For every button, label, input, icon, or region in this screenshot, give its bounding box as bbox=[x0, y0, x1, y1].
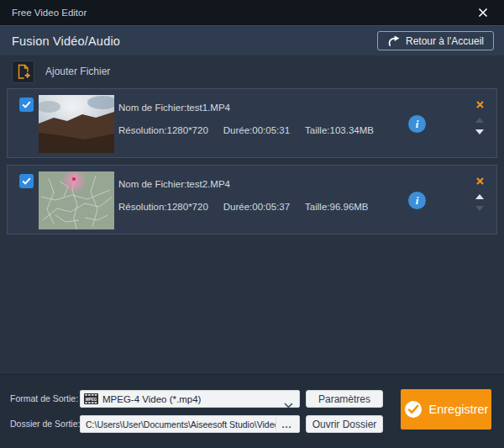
remove-icon bbox=[476, 177, 484, 185]
remove-icon bbox=[476, 101, 484, 108]
file-row-2: Nom de Fichier:test2.MP4 Résolution:1280… bbox=[7, 165, 497, 235]
output-folder-label: Dossier de Sortie: bbox=[10, 415, 80, 433]
settings-button-label: Paramètres bbox=[318, 393, 370, 405]
save-button-label: Enregistrer bbox=[429, 403, 489, 416]
mpeg-format-icon: MPEG bbox=[84, 393, 98, 404]
file-1-controls bbox=[474, 98, 486, 134]
duration-label: Durée: bbox=[223, 125, 253, 135]
file-1-info-button[interactable]: i bbox=[408, 115, 426, 133]
size-value: 96.96MB bbox=[330, 202, 369, 212]
file-name-label: Nom de Fichier: bbox=[118, 103, 186, 113]
open-folder-button-label: Ouvrir Dossier bbox=[312, 419, 377, 430]
size-label: Taille: bbox=[305, 125, 329, 135]
file-1-remove-button[interactable] bbox=[476, 98, 484, 111]
close-icon bbox=[478, 8, 488, 18]
output-panel: Format de Sortie: MPEG MPEG-4 Video (*.m… bbox=[0, 374, 504, 448]
back-to-home-button[interactable]: Retour à l'Accueil bbox=[377, 31, 494, 50]
size-value: 103.34MB bbox=[330, 125, 374, 135]
header: Fusion Vidéo/Audio Retour à l'Accueil bbox=[0, 25, 504, 55]
browse-folder-button[interactable]: ... bbox=[276, 417, 297, 431]
size-label: Taille: bbox=[305, 202, 329, 212]
chevron-down-icon bbox=[284, 397, 293, 412]
page-title: Fusion Vidéo/Audio bbox=[12, 34, 120, 48]
check-icon bbox=[22, 101, 31, 108]
close-button[interactable] bbox=[474, 3, 492, 22]
file-2-move-down-button[interactable] bbox=[475, 206, 484, 211]
file-list: Nom de Fichier:test1.MP4 Résolution:1280… bbox=[0, 87, 504, 235]
file-name-value: test2.MP4 bbox=[186, 179, 230, 189]
file-2-checkbox[interactable] bbox=[19, 174, 34, 188]
file-1-checkbox[interactable] bbox=[19, 98, 34, 112]
file-1-info: Nom de Fichier:test1.MP4 Résolution:1280… bbox=[118, 103, 374, 135]
duration-value: 00:05:31 bbox=[252, 125, 290, 135]
video-thumbnail-mountain bbox=[39, 95, 114, 153]
open-folder-button[interactable]: Ouvrir Dossier bbox=[306, 415, 383, 433]
save-button[interactable]: Enregistrer bbox=[401, 389, 491, 430]
output-format-label: Format de Sortie: bbox=[10, 390, 78, 408]
file-2-info: Nom de Fichier:test2.MP4 Résolution:1280… bbox=[118, 179, 369, 212]
svg-text:MPEG: MPEG bbox=[86, 398, 97, 402]
file-1-move-down-button[interactable] bbox=[475, 129, 484, 134]
file-2-controls bbox=[474, 174, 486, 211]
file-2-move-up-button[interactable] bbox=[475, 194, 484, 199]
add-file-icon bbox=[12, 61, 34, 83]
info-icon: i bbox=[416, 119, 419, 129]
output-format-dropdown[interactable]: MPEG MPEG-4 Video (*.mp4) bbox=[80, 390, 300, 408]
settings-button[interactable]: Paramètres bbox=[306, 390, 383, 408]
app-window: Free Video Editor Fusion Vidéo/Audio Ret… bbox=[0, 0, 504, 448]
resolution-value: 1280*720 bbox=[167, 202, 208, 212]
output-folder-field[interactable]: C:\Users\User\Documents\Aiseesoft Studio… bbox=[80, 415, 300, 433]
save-check-icon bbox=[404, 400, 423, 419]
check-icon bbox=[22, 177, 31, 185]
output-folder-path: C:\Users\User\Documents\Aiseesoft Studio… bbox=[86, 419, 276, 430]
back-to-home-label: Retour à l'Accueil bbox=[406, 35, 484, 47]
file-name-label: Nom de Fichier: bbox=[118, 179, 186, 189]
file-1-move-up-button[interactable] bbox=[475, 118, 484, 123]
add-file-label: Ajouter Fichier bbox=[45, 66, 110, 77]
window-title: Free Video Editor bbox=[12, 8, 87, 18]
toolbar: Ajouter Fichier bbox=[0, 55, 504, 87]
resolution-label: Résolution: bbox=[118, 202, 167, 212]
titlebar: Free Video Editor bbox=[0, 0, 504, 25]
info-icon: i bbox=[416, 195, 419, 206]
return-arrow-icon bbox=[387, 35, 400, 46]
resolution-label: Résolution: bbox=[118, 125, 167, 135]
file-name-value: test1.MP4 bbox=[186, 103, 230, 113]
file-row-1: Nom de Fichier:test1.MP4 Résolution:1280… bbox=[7, 88, 497, 158]
add-file-button[interactable]: Ajouter Fichier bbox=[12, 61, 110, 83]
file-2-remove-button[interactable] bbox=[476, 174, 484, 187]
video-thumbnail-map bbox=[39, 171, 114, 229]
duration-value: 00:05:37 bbox=[252, 202, 290, 212]
output-format-value: MPEG-4 Video (*.mp4) bbox=[102, 394, 201, 404]
resolution-value: 1280*720 bbox=[167, 125, 208, 135]
duration-label: Durée: bbox=[223, 202, 253, 212]
file-2-info-button[interactable]: i bbox=[408, 192, 426, 209]
